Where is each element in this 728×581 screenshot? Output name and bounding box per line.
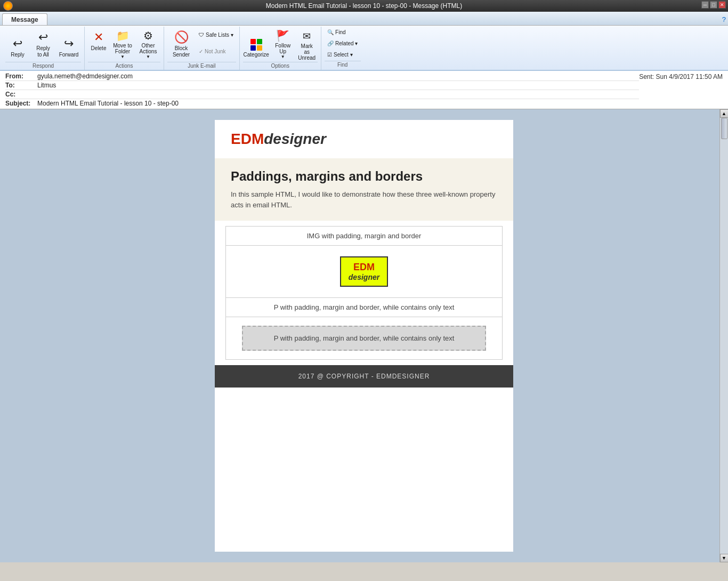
edm-logo-designer: designer (264, 131, 326, 147)
to-value: Litmus (37, 82, 639, 89)
sent-value: Sun 4/9/2017 11:50 AM (656, 73, 723, 80)
delete-label: Delete (91, 45, 107, 51)
follow-up-icon: 🚩 (276, 29, 289, 42)
options-group-label: Options (243, 62, 318, 70)
email-content: EDMdesigner Paddings, margins and border… (215, 120, 513, 552)
help-button[interactable]: ? (722, 15, 726, 25)
categorize-label: Categorize (244, 52, 269, 58)
find-group-label: Find (325, 61, 361, 69)
not-junk-label: Not Junk (205, 49, 225, 54)
find-button[interactable]: 🔍 Find (325, 27, 360, 37)
ribbon-group-find: 🔍 Find 🔗 Related ▾ ☑ Select ▾ Find (321, 27, 364, 70)
dashed-box: P with padding, margin and border, while… (242, 326, 486, 351)
follow-up-arrow-icon: ▼ (281, 54, 285, 59)
other-actions-button[interactable]: ⚙ OtherActions ▼ (136, 27, 160, 60)
reply-all-icon: ↩ (38, 30, 48, 44)
respond-group-label: Respond (5, 62, 81, 70)
other-actions-icon: ⚙ (143, 29, 153, 42)
junk-group-label: Junk E-mail (167, 62, 236, 70)
table-row-3: P with padding, margin and border, while… (226, 298, 503, 317)
select-icon: ☑ (327, 52, 332, 58)
ribbon-groups: ↩ Reply ↩ Replyto All ↪ Forward Respond … (0, 26, 728, 70)
subject-value: Modern HTML Email Tutorial - lesson 10 -… (37, 100, 639, 107)
email-logo-header: EDMdesigner (215, 120, 513, 158)
ribbon-group-respond: ↩ Reply ↩ Replyto All ↪ Forward Respond (2, 27, 85, 70)
block-sender-label: BlockSender (173, 45, 190, 58)
move-to-folder-button[interactable]: 📁 Move toFolder ▼ (110, 27, 135, 60)
yellow-logo-box: EDM designer (340, 256, 388, 287)
actions-group-label: Actions (88, 62, 160, 70)
close-button[interactable]: ✕ (718, 1, 726, 9)
edm-logo-edm: EDM (231, 131, 264, 147)
scroll-up-button[interactable]: ▲ (720, 109, 729, 118)
scrollbar-thumb[interactable] (721, 118, 727, 139)
folder-arrow-icon: ▼ (120, 54, 125, 59)
email-subject-row: Subject: Modern HTML Email Tutorial - le… (5, 99, 639, 108)
hero-desc: In this sample HTML, I would like to dem… (231, 189, 497, 210)
actions-buttons: ✕ Delete 📁 Move toFolder ▼ ⚙ OtherAction… (88, 27, 160, 61)
minimize-button[interactable]: ─ (701, 1, 709, 9)
mark-as-unread-button[interactable]: ✉ Mark asUnread (296, 27, 318, 60)
table-row-2: EDM designer (226, 246, 503, 298)
window-controls[interactable]: ─ □ ✕ (701, 1, 726, 9)
table-cell-row1: IMG with padding, margin and border (226, 227, 503, 246)
from-value: gyula.nemeth@edmdesigner.com (37, 72, 639, 80)
related-icon: 🔗 (327, 41, 334, 46)
ribbon-group-junk: 🚫 BlockSender 🛡 Safe Lists ▾ ✓ Not Junk … (164, 27, 240, 70)
move-folder-label: Move toFolder (113, 43, 132, 54)
respond-buttons: ↩ Reply ↩ Replyto All ↪ Forward (5, 27, 81, 61)
from-label: From: (5, 72, 37, 80)
title-bar: Modern HTML Email Tutorial - lesson 10 -… (0, 0, 728, 12)
categorize-button[interactable]: Categorize (243, 27, 270, 60)
reply-all-label: Replyto All (36, 45, 50, 58)
maximize-button[interactable]: □ (710, 1, 717, 9)
email-table-section: IMG with padding, margin and border EDM … (215, 221, 513, 365)
follow-up-button[interactable]: 🚩 FollowUp ▼ (271, 27, 295, 60)
email-footer: 2017 @ COPYRIGHT - EDMDESIGNER (215, 365, 513, 388)
delete-icon: ✕ (94, 30, 103, 44)
ribbon-group-actions: ✕ Delete 📁 Move toFolder ▼ ⚙ OtherAction… (85, 27, 164, 70)
sent-label: Sent: (639, 73, 654, 80)
forward-button[interactable]: ↪ Forward (56, 27, 81, 60)
table-cell-row4: P with padding, margin and border, while… (226, 317, 503, 360)
yellow-logo-designer-text: designer (349, 273, 379, 281)
other-actions-arrow-icon: ▼ (146, 54, 150, 59)
app-logo (3, 1, 13, 11)
not-junk-icon: ✓ (199, 49, 203, 54)
email-cc-row: Cc: (5, 90, 639, 99)
reply-icon: ↩ (13, 37, 22, 51)
tab-message[interactable]: Message (2, 13, 47, 25)
not-junk-button[interactable]: ✓ Not Junk (196, 46, 236, 57)
cc-value (37, 91, 639, 98)
related-button[interactable]: 🔗 Related ▾ (325, 38, 360, 49)
table-cell-row2: EDM designer (226, 246, 503, 298)
email-body-area: ▲ ▼ EDMdesigner Paddings, margins and bo… (0, 109, 728, 562)
delete-button[interactable]: ✕ Delete (88, 27, 109, 60)
block-sender-button[interactable]: 🚫 BlockSender (167, 27, 195, 60)
reply-all-button[interactable]: ↩ Replyto All (31, 27, 55, 60)
junk-buttons: 🚫 BlockSender 🛡 Safe Lists ▾ ✓ Not Junk (167, 27, 236, 61)
select-button[interactable]: ☑ Select ▾ (325, 49, 360, 60)
scrollbar[interactable]: ▲ ▼ (719, 109, 728, 562)
demo-table: IMG with padding, margin and border EDM … (225, 226, 503, 360)
window-title: Modern HTML Email Tutorial - lesson 10 -… (266, 2, 462, 10)
table-row-4: P with padding, margin and border, while… (226, 317, 503, 360)
scrollbar-track (721, 118, 728, 554)
table-cell-row3: P with padding, margin and border, while… (226, 298, 503, 317)
forward-label: Forward (59, 52, 79, 58)
select-label: Select ▾ (334, 52, 353, 58)
categorize-icon (250, 39, 262, 51)
mark-unread-label: Mark asUnread (298, 43, 316, 61)
reply-button[interactable]: ↩ Reply (5, 27, 30, 60)
folder-icon: 📁 (116, 29, 130, 42)
yellow-logo-edm-text: EDM (349, 262, 379, 273)
safe-lists-button[interactable]: 🛡 Safe Lists ▾ (196, 30, 236, 41)
follow-up-label: FollowUp (275, 43, 290, 54)
hero-title: Paddings, margins and borders (231, 169, 497, 184)
table-row-1: IMG with padding, margin and border (226, 227, 503, 246)
tab-bar: Message ? (0, 12, 728, 26)
related-label: Related ▾ (335, 41, 358, 46)
find-buttons: 🔍 Find 🔗 Related ▾ ☑ Select ▾ (325, 27, 360, 60)
email-to-row: To: Litmus (5, 81, 639, 90)
scroll-down-button[interactable]: ▼ (720, 554, 729, 562)
